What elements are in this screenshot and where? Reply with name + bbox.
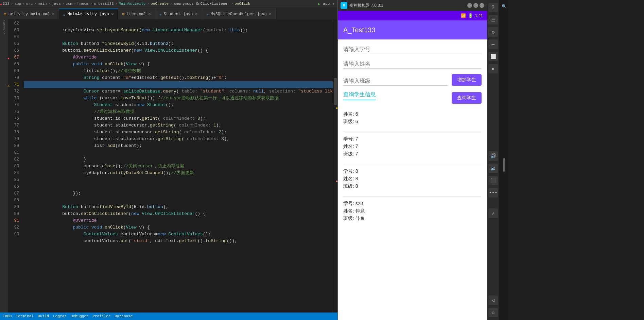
query-section-row: 查询学生信息 查询学生 — [343, 91, 482, 104]
bottom-database[interactable]: Database — [115, 314, 133, 318]
student-class-field: 班级: 斗鱼 — [343, 216, 482, 222]
code-line — [24, 170, 333, 176]
student-name-field: 姓名: 7 — [343, 144, 482, 150]
bottom-build[interactable]: Build — [38, 314, 49, 318]
code-line: }); — [24, 183, 333, 190]
settings-button[interactable]: ⚙ — [488, 27, 498, 37]
structure-icon[interactable]: Structure — [1, 22, 7, 28]
volume-down-button[interactable]: 🔉 — [488, 164, 498, 173]
maximize-nox-button[interactable]: ⬜ — [488, 52, 498, 61]
student-id-row — [343, 45, 482, 54]
breadcrumb-item[interactable]: hnucm — [77, 2, 89, 6]
student-id-field: 学号: 8 — [343, 168, 482, 174]
breadcrumb-item[interactable]: 333 — [3, 2, 10, 6]
battery-icon: 🔋 — [468, 13, 473, 18]
breadcrumb-item[interactable]: app — [14, 2, 21, 6]
scroll-indicator — [503, 158, 505, 172]
bottom-terminal[interactable]: Terminal — [16, 314, 34, 318]
code-area[interactable]: 62 63 64 65 66 67 ● 68 69 70 71 ⚠ 72 — [7, 19, 337, 313]
query-student-button[interactable]: 查询学生 — [452, 92, 482, 104]
code-content[interactable]: recyclerView.setLayoutManager(new Linear… — [24, 19, 333, 313]
code-line: //通过游标来取数据 — [24, 102, 333, 108]
code-line: recyclerView.setLayoutManager(new Linear… — [24, 20, 333, 27]
tab-mysqlite-java[interactable]: ☕ MySQLiteOpenHelper.java × — [202, 9, 276, 19]
tablet-button[interactable]: ⬛ — [488, 176, 498, 185]
code-line: public void onClick(View v) { — [24, 217, 333, 224]
nox-logo: N — [341, 2, 347, 9]
breadcrumb-item[interactable]: MainActivity — [119, 2, 145, 6]
editor-panel: 333 › app › src › main › java › com › hn… — [0, 0, 337, 320]
tab-item-xml[interactable]: ⊞ item.xml × — [118, 9, 155, 19]
tab-student-java[interactable]: ☕ Student.java × — [155, 9, 202, 19]
bottom-logcat[interactable]: Logcat — [53, 314, 67, 318]
back-button[interactable]: ◁ — [488, 296, 498, 305]
close-button[interactable]: × — [480, 3, 484, 8]
nox-title: 夜神模拟器 7.0.3.1 — [349, 3, 383, 9]
help-button[interactable]: ? — [488, 3, 498, 12]
student-name-row — [343, 60, 482, 69]
breadcrumb-item[interactable]: onCreate — [151, 2, 169, 6]
student-id-field: 学号: 7 — [343, 136, 482, 142]
home-button[interactable]: ⌂ — [488, 308, 498, 317]
nox-titlebar: N 夜神模拟器 7.0.3.1 — □ × — [338, 0, 487, 11]
breadcrumb-item[interactable]: main — [38, 2, 47, 6]
breadcrumb-item[interactable]: onClick — [234, 2, 250, 6]
android-status-bar: 📶 🔋 1:41 — [338, 11, 487, 20]
code-line — [24, 176, 333, 183]
run-icon[interactable]: ▶ — [318, 2, 320, 6]
code-line: Button button=findViewById(R.id.button); — [24, 197, 333, 204]
query-section-label: 查询学生信息 — [343, 91, 376, 100]
dropdown-icon[interactable]: ▾ — [332, 2, 335, 6]
code-line: @Override — [24, 210, 333, 217]
code-line: list.add(student); — [24, 136, 333, 142]
tab-main-activity-java[interactable]: ☕ MainActivity.java × — [59, 9, 118, 19]
student-name-field: 姓名: 6 — [343, 111, 482, 117]
breadcrumb-item[interactable]: com — [66, 2, 72, 6]
code-line: while (cursor.moveToNext()) {//cursor游标默… — [24, 88, 333, 95]
breadcrumb-item[interactable]: src — [26, 2, 33, 6]
breadcrumb-item[interactable]: anonymous OnClickListener — [174, 2, 230, 6]
bottom-todo[interactable]: TODO — [3, 314, 12, 318]
student-card: 学号: 8 姓名: 8 班级: 8 — [343, 167, 482, 192]
close-tab-icon[interactable]: × — [148, 12, 151, 16]
minimize-nox-button[interactable]: — — [488, 39, 498, 49]
menu-button[interactable]: ☰ — [488, 15, 498, 24]
code-line: list.clear();//清空数据 — [24, 61, 333, 68]
far-right-toolbar: 🔍 — [499, 0, 509, 320]
maximize-button[interactable]: □ — [473, 3, 478, 8]
close-tab-icon[interactable]: × — [111, 12, 114, 17]
student-class-field: 班级: 7 — [343, 151, 482, 157]
app-label: app — [323, 2, 330, 6]
code-line: student.id=cursor.getInt( columnIndex: 0… — [24, 108, 333, 115]
right-panel: N 夜神模拟器 7.0.3.1 — □ × 📶 🔋 1:41 A_Test133 — [337, 0, 644, 320]
student-id-input[interactable] — [343, 45, 482, 54]
share-button[interactable]: ↗ — [488, 208, 498, 218]
divider — [343, 196, 482, 197]
code-line: contentValues.put("stuid", editText.getT… — [24, 231, 333, 238]
close-tab-icon[interactable]: × — [52, 12, 55, 16]
code-editor[interactable]: Structure 62 63 64 65 66 67 ● 68 69 70 7… — [0, 19, 337, 313]
search-toolbar-button[interactable]: 🔍 — [500, 3, 508, 10]
student-name-input[interactable] — [343, 60, 482, 69]
breadcrumb-item[interactable]: java — [52, 2, 60, 6]
bottom-debugger[interactable]: Debugger — [71, 314, 89, 318]
scroll-thumb[interactable] — [334, 78, 337, 105]
bottom-profiler[interactable]: Profiler — [93, 314, 111, 318]
android-content[interactable]: 增加学生 查询学生信息 查询学生 姓名: 6 班级: 6 学号: 7 姓名: — [338, 39, 487, 320]
student-class-input[interactable] — [343, 77, 448, 86]
bottom-bar: TODO Terminal Build Logcat Debugger Prof… — [0, 313, 337, 320]
android-appbar: A_Test133 — [338, 20, 487, 39]
add-student-button[interactable]: 增加学生 — [452, 74, 482, 86]
time-display: 1:41 — [475, 13, 483, 18]
volume-up-button[interactable]: 🔊 — [488, 151, 498, 161]
breadcrumb-item[interactable]: a_test133 — [93, 2, 114, 6]
close-nox-button[interactable]: ✕ — [488, 64, 498, 73]
scrollbar[interactable] — [333, 19, 337, 313]
more-button[interactable]: ••• — [488, 188, 498, 198]
minimize-button[interactable]: — — [467, 3, 472, 8]
code-line: @Override — [24, 47, 333, 54]
tab-activity-main-xml[interactable]: ⊞ activity_main.xml × — [0, 9, 59, 19]
close-tab-icon[interactable]: × — [269, 12, 272, 16]
java-icon: ☕ — [159, 12, 162, 16]
close-tab-icon[interactable]: × — [195, 12, 198, 16]
